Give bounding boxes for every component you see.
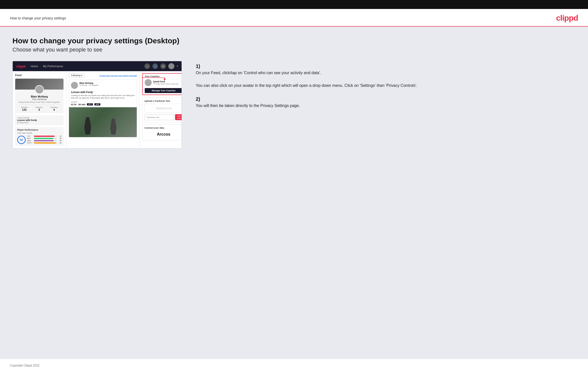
coaches-section-title: Your Coaches [145, 75, 182, 78]
stat-followers: Followers 3 [35, 106, 43, 111]
app-body: Feed Blair McHarg Plus Handicap Royal No… [13, 71, 182, 148]
main-content: How to change your privacy settings (Des… [0, 27, 588, 359]
pp-bar-track-app [34, 138, 57, 139]
app-screenshot: clippd Home My Performance ⌕ 👤 ⊕ ▾ Feed [12, 61, 182, 149]
feed-toolbar: Following ▾ Control who can see your act… [69, 73, 137, 78]
instruction-1: 1) On your Feed, click/tap on 'Control w… [196, 63, 576, 89]
ott-tag: OTT [87, 103, 93, 105]
connect-title: Connect your data [144, 127, 182, 129]
pp-bar-row-ott: OTT 90 [27, 135, 62, 137]
stat-following: Following 4 [50, 106, 58, 111]
pp-bar-fill-app [34, 138, 53, 139]
pp-bars: OTT 90 APP 85 ARG 86 [27, 135, 62, 144]
following-button[interactable]: Following ▾ [69, 73, 85, 78]
latest-activity: Latest Activity Lesson with Fordy 03 Aug… [15, 115, 64, 125]
user-name: Blair McHarg [17, 95, 62, 98]
app-sidebar: Feed Blair McHarg Plus Handicap Royal No… [13, 71, 66, 148]
post-meta: Yesterday · Sunningdale [79, 84, 135, 86]
pp-bar-fill-arg [34, 140, 54, 141]
footer-copyright: Copyright Clippd 2022 [10, 364, 40, 367]
post-user-info: Blair McHarg Yesterday · Sunningdale [79, 82, 135, 86]
user-stats: Activities 131 Followers 3 Following 4 [17, 105, 62, 111]
duration-label: Duration [71, 101, 135, 103]
trackman-input-row: Add Link [144, 114, 182, 120]
pp-body: 92 OTT 90 APP 85 ARG [17, 135, 62, 144]
nav-my-performance[interactable]: My Performance [43, 65, 63, 68]
coach-avatar [145, 79, 152, 86]
search-icon[interactable]: ⌕ [144, 63, 150, 69]
pp-bar-val-app: 85 [58, 138, 62, 139]
site-footer: Copyright Clippd 2022 [0, 359, 588, 367]
trackman-title: Upload a Trackman Test [144, 100, 182, 102]
pp-bar-row-putt: PUTT 96 [27, 142, 62, 144]
control-privacy-link[interactable]: Control who can see your activity and da… [99, 74, 137, 77]
instruction-1-text: On your Feed, click/tap on 'Control who … [196, 70, 576, 89]
post-image [69, 107, 137, 137]
post-title: Lesson with Fordy [69, 91, 137, 94]
latest-activity-date: 03 Aug 2022 [17, 121, 62, 124]
pp-bar-row-arg: ARG 86 [27, 140, 62, 142]
duration-value: 01 hr : 30 min OTT APP [71, 103, 135, 106]
site-logo: clippd [556, 13, 578, 23]
site-header: How to change your privacy settings clip… [0, 9, 588, 27]
app-tag: APP [94, 103, 100, 105]
page-title: How to change your privacy settings (Des… [12, 37, 576, 45]
coach-name: David Ford [153, 80, 182, 83]
instruction-1-number: 1) [196, 63, 576, 69]
instruction-2: 2) You will then be taken directly to th… [196, 96, 576, 109]
instruction-2-text: You will then be taken directly to the P… [196, 103, 576, 109]
top-bar [0, 0, 588, 9]
user-card-bg [15, 79, 64, 90]
location-icon: 📍 [153, 83, 155, 85]
page-subtitle: Choose what you want people to see [12, 47, 576, 53]
latest-activity-label: Latest Activity [17, 117, 62, 119]
notification-icon[interactable]: ⊕ [160, 63, 166, 69]
user-avatar-btn[interactable] [168, 63, 174, 69]
pp-bar-label-ott: OTT [27, 135, 33, 137]
stat-followers-value: 3 [35, 108, 43, 111]
content-layout: clippd Home My Performance ⌕ 👤 ⊕ ▾ Feed [12, 61, 576, 149]
post-duration: Duration 01 hr : 30 min OTT APP [69, 101, 137, 107]
pp-bar-track-ott [34, 136, 57, 137]
pp-title: Player Performance [17, 129, 62, 131]
nav-home[interactable]: Home [31, 65, 38, 68]
breadcrumb: How to change your privacy settings [10, 16, 66, 20]
instruction-2-number: 2) [196, 96, 576, 102]
pp-bar-val-arg: 86 [58, 140, 62, 142]
chevron-down-icon: ▾ [81, 74, 82, 77]
app-nav: clippd Home My Performance ⌕ 👤 ⊕ ▾ [13, 61, 182, 71]
pp-bar-label-app: APP [27, 138, 33, 139]
avatar-chevron[interactable]: ▾ [177, 65, 178, 67]
latest-activity-name: Lesson with Fordy [17, 119, 62, 121]
stat-following-label: Following [50, 106, 58, 108]
trackman-section: Upload a Trackman Test Trackman Link Add… [142, 98, 182, 122]
pp-bar-row-app: APP 85 [27, 138, 62, 139]
app-right-panel: Your Coaches David Ford 📍 Royal North De… [140, 71, 182, 148]
pp-bar-track-putt [34, 142, 57, 144]
feed-label: Feed [15, 74, 64, 77]
profile-icon[interactable]: 👤 [152, 63, 158, 69]
stat-activities-label: Activities [21, 106, 28, 108]
pp-bar-fill-ott [34, 136, 55, 137]
pp-bar-label-arg: ARG [27, 140, 33, 142]
trackman-input[interactable] [144, 114, 174, 120]
post-avatar [71, 82, 78, 89]
coach-info: David Ford 📍 Royal North Devon Golf Club [153, 80, 182, 85]
app-feed: Following ▾ Control who can see your act… [66, 71, 140, 148]
pp-bar-val-putt: 96 [58, 142, 62, 144]
manage-coaches-button[interactable]: Manage Your Coaches [145, 88, 182, 93]
pp-bar-fill-putt [34, 142, 56, 144]
stat-activities: Activities 131 [21, 106, 28, 111]
pp-bar-val-ott: 90 [58, 135, 62, 137]
stat-followers-label: Followers [35, 106, 43, 108]
pp-score: 92 [17, 136, 26, 144]
user-card: Blair McHarg Plus Handicap Royal North D… [15, 79, 64, 113]
stat-following-value: 4 [50, 108, 58, 111]
connect-data-section: Connect your data Arccos [142, 124, 182, 140]
user-avatar [35, 85, 44, 94]
add-link-button[interactable]: Add Link [175, 114, 182, 120]
trackman-placeholder: Trackman Link [144, 104, 182, 113]
post-desc: Looking to feel like my hands are exitin… [69, 94, 137, 101]
feed-post: Blair McHarg Yesterday · Sunningdale Les… [69, 80, 137, 137]
stat-activities-value: 131 [21, 108, 28, 111]
